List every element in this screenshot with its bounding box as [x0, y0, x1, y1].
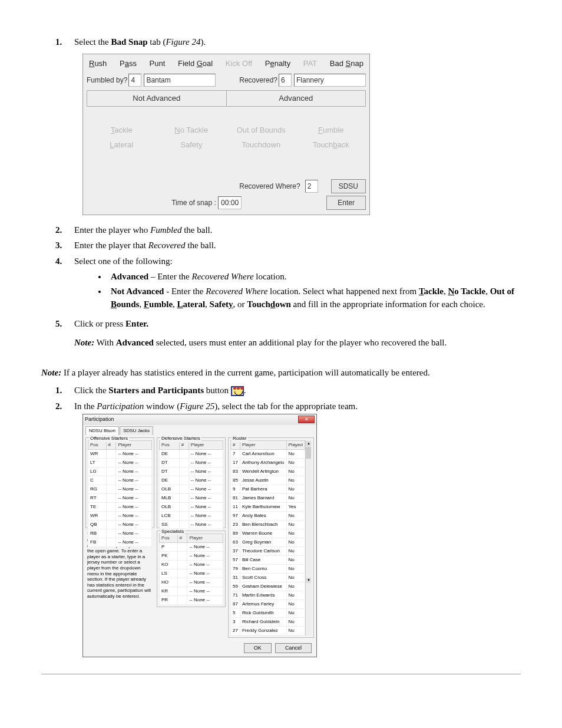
- time-of-snap-label: Time of snap :: [171, 199, 216, 207]
- table-row[interactable]: 37Theodore CarlsonNo: [231, 546, 305, 555]
- roster-scrollbar[interactable]: ▲ ▼: [305, 440, 312, 635]
- table-row[interactable]: TE-- None --: [88, 502, 152, 511]
- opt-out-of-bounds[interactable]: Out of Bounds: [226, 124, 296, 136]
- table-row[interactable]: OLB-- None --: [160, 485, 223, 493]
- tab-field-goal[interactable]: Field Goal: [178, 58, 213, 70]
- tab-pass[interactable]: Pass: [120, 58, 137, 70]
- step-text: In the Participation window (Figure 25),…: [74, 401, 358, 411]
- table-row[interactable]: 27Freddy GonzalezNo: [231, 626, 305, 635]
- table-row[interactable]: 63Greg BoymanNo: [231, 538, 305, 546]
- tab-bad-snap[interactable]: Bad Snap: [330, 58, 363, 70]
- tab-rush[interactable]: Rush: [89, 58, 107, 70]
- table-row[interactable]: 79Ben CoomoNo: [231, 564, 305, 573]
- recovered-name-input[interactable]: Flannery: [294, 74, 366, 87]
- note: Note: If a player already has statistics…: [41, 366, 521, 380]
- table-row[interactable]: DT-- None --: [160, 458, 223, 467]
- roster-legend: Roster: [232, 435, 248, 442]
- dialog-titlebar: Participation ✕: [83, 414, 316, 425]
- table-row[interactable]: DE-- None --: [160, 476, 223, 485]
- table-row[interactable]: 87Artemus FarleyNo: [231, 599, 305, 608]
- enter-button[interactable]: Enter: [326, 196, 366, 210]
- ok-button[interactable]: OK: [244, 643, 272, 654]
- participation-dialog: Participation ✕ NDSU Bison SDSU Jacks Of…: [82, 414, 317, 657]
- table-row[interactable]: 81James BarnardNo: [231, 493, 305, 502]
- table-row[interactable]: 83Wendell ArlingtonNo: [231, 467, 305, 476]
- opt-safety[interactable]: Safety: [157, 139, 227, 151]
- roster-table: #PlayerPlayed 7Carl AmundsonNo17Anthony …: [230, 440, 305, 635]
- table-row[interactable]: 57Bill CaseNo: [231, 555, 305, 564]
- table-row[interactable]: 3Richard GoldsteinNo: [231, 617, 305, 626]
- opt-lateral[interactable]: Lateral: [87, 139, 157, 151]
- table-row[interactable]: 9Pat BarberaNo: [231, 485, 305, 493]
- note: Note: With Advanced selected, users must…: [74, 336, 521, 350]
- table-row[interactable]: HO-- None --: [160, 578, 223, 587]
- close-icon[interactable]: ✕: [298, 416, 315, 423]
- table-row[interactable]: LG-- None --: [88, 467, 152, 476]
- tab-ndsu[interactable]: NDSU Bison: [85, 426, 119, 435]
- table-row[interactable]: RG-- None --: [88, 485, 152, 493]
- specialists-table: Pos#Player P-- None --PK-- None --KO-- N…: [159, 533, 223, 605]
- specialists-legend: Specialists: [160, 528, 185, 535]
- table-row[interactable]: 97Andy BatesNo: [231, 511, 305, 520]
- table-row[interactable]: WR-- None --: [88, 511, 152, 520]
- table-row[interactable]: WR-- None --: [88, 449, 152, 458]
- table-row[interactable]: 71Martin EdwardsNo: [231, 591, 305, 599]
- tab-kick-off[interactable]: Kick Off: [226, 58, 252, 70]
- not-advanced-option[interactable]: Not Advanced: [87, 90, 227, 107]
- fumbled-by-name-input[interactable]: Bantam: [144, 74, 216, 87]
- table-row[interactable]: KR-- None --: [160, 587, 223, 595]
- table-row[interactable]: LS-- None --: [160, 569, 223, 578]
- offensive-starters-table: Pos#Player WR-- None --LT-- None --LG-- …: [88, 440, 152, 547]
- table-row[interactable]: 85Jesse AustinNo: [231, 476, 305, 485]
- table-row[interactable]: MLB-- None --: [160, 493, 223, 502]
- opt-touchdown[interactable]: Touchdown: [226, 139, 296, 151]
- fumbled-by-number-input[interactable]: 4: [128, 74, 141, 87]
- table-row[interactable]: 5Rick GoldsmithNo: [231, 608, 305, 617]
- recovered-number-input[interactable]: 6: [279, 74, 292, 87]
- table-row[interactable]: LT-- None --: [88, 458, 152, 467]
- opt-fumble[interactable]: Fumble: [296, 124, 366, 136]
- table-row[interactable]: 89Warren BooneNo: [231, 529, 305, 538]
- table-row[interactable]: 23Ben BierschbachNo: [231, 520, 305, 529]
- step-text: Select one of the following:: [74, 256, 173, 266]
- time-of-snap-input[interactable]: 00:00: [218, 196, 242, 209]
- table-row[interactable]: C-- None --: [88, 476, 152, 485]
- scroll-up-icon[interactable]: ▲: [306, 441, 311, 446]
- table-row[interactable]: KO-- None --: [160, 560, 223, 569]
- table-row[interactable]: 17Anthony ArchangeloNo: [231, 458, 305, 467]
- scroll-down-icon[interactable]: ▼: [306, 578, 311, 583]
- step-number: 5.: [55, 317, 62, 331]
- tab-punt[interactable]: Punt: [150, 58, 166, 70]
- table-row[interactable]: OLB-- None --: [160, 502, 223, 511]
- table-row[interactable]: PR-- None --: [160, 595, 223, 604]
- fumbled-by-label: Fumbled by?: [87, 75, 127, 85]
- tab-pat[interactable]: PAT: [303, 58, 317, 70]
- table-row[interactable]: 31Scott CrossNo: [231, 573, 305, 582]
- advanced-option[interactable]: Advanced: [227, 90, 366, 107]
- table-row[interactable]: 11Kyle BartholomewYes: [231, 502, 305, 511]
- table-row[interactable]: DE-- None --: [160, 449, 223, 458]
- bullet-not-advanced: Not Advanced - Enter the Recovered Where…: [107, 285, 521, 311]
- table-row[interactable]: RT-- None --: [88, 493, 152, 502]
- table-row[interactable]: 59Graham DelewieseNo: [231, 582, 305, 591]
- opt-no-tackle[interactable]: No Tackle: [157, 124, 227, 136]
- tab-sdsu[interactable]: SDSU Jacks: [120, 426, 153, 435]
- opt-touchback[interactable]: Touchback: [296, 139, 366, 151]
- recovered-where-input[interactable]: 2: [305, 180, 318, 193]
- cancel-button[interactable]: Cancel: [275, 643, 312, 654]
- table-row[interactable]: 7Carl AmundsonNo: [231, 449, 305, 458]
- table-row[interactable]: QB-- None --: [88, 520, 152, 529]
- sdsu-button[interactable]: SDSU: [331, 179, 366, 193]
- table-row[interactable]: RB-- None --: [88, 529, 152, 538]
- scroll-thumb[interactable]: [306, 447, 311, 459]
- table-row[interactable]: PK-- None --: [160, 551, 223, 560]
- step-number: 3.: [55, 239, 62, 252]
- table-row[interactable]: LCB-- None --: [160, 511, 223, 520]
- tab-penalty[interactable]: Penalty: [265, 58, 290, 70]
- table-row[interactable]: FB-- None --: [88, 538, 152, 546]
- opt-tackle[interactable]: Tackle: [87, 124, 157, 136]
- step-number: 4.: [55, 255, 62, 268]
- table-row[interactable]: P-- None --: [160, 542, 223, 551]
- step-number: 1.: [55, 384, 62, 397]
- table-row[interactable]: DT-- None --: [160, 467, 223, 476]
